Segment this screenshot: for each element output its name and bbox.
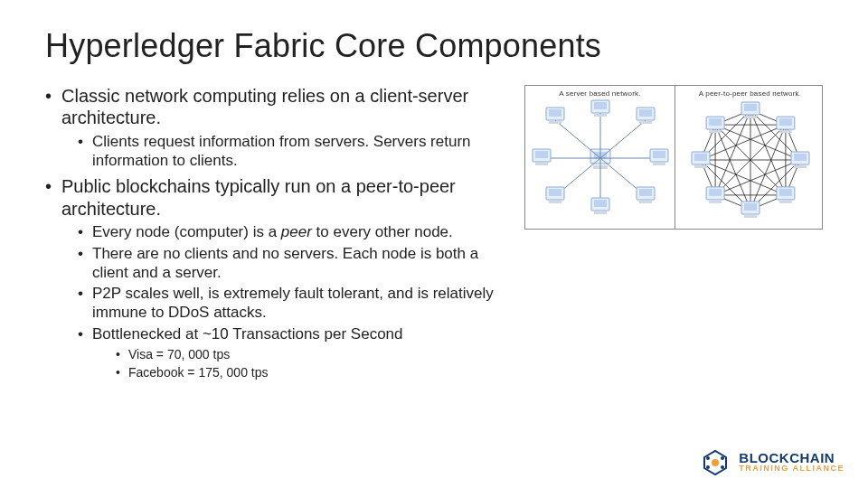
svg-rect-80 bbox=[709, 201, 722, 203]
logo-text: BLOCKCHAIN TRAINING ALLIANCE bbox=[739, 451, 844, 473]
svg-rect-12 bbox=[549, 109, 561, 117]
logo-line1: BLOCKCHAIN bbox=[739, 451, 844, 465]
svg-rect-27 bbox=[594, 200, 607, 207]
bullet-subsublist: Visa = 70, 000 tps Facebook = 175, 000 t… bbox=[116, 347, 506, 380]
svg-rect-30 bbox=[549, 189, 561, 196]
bullet-sublist: Clients request information from servers… bbox=[78, 133, 506, 170]
bullet-text: Every node (computer) is a bbox=[92, 223, 281, 240]
svg-line-3 bbox=[555, 120, 600, 158]
svg-rect-67 bbox=[779, 118, 792, 126]
bullet-text: to every other node. bbox=[312, 223, 453, 240]
slide-title: Hyperledger Fabric Core Components bbox=[45, 27, 823, 65]
svg-rect-33 bbox=[535, 151, 548, 158]
slide: Hyperledger Fabric Core Components Class… bbox=[0, 0, 868, 488]
svg-rect-28 bbox=[594, 211, 607, 214]
bullet-em: peer bbox=[281, 223, 312, 240]
bullet-text: P2P scales well, is extremely fault tole… bbox=[92, 285, 494, 321]
right-column: A server based network. bbox=[524, 85, 823, 386]
svg-rect-79 bbox=[709, 189, 722, 196]
content-row: Classic network computing relies on a cl… bbox=[45, 85, 823, 386]
bullet-subitem: Clients request information from servers… bbox=[78, 133, 506, 170]
bullet-text: Visa = 70, 000 tps bbox=[128, 347, 230, 361]
svg-rect-13 bbox=[549, 121, 561, 124]
svg-rect-86 bbox=[709, 130, 722, 133]
bullet-text: Facebook = 175, 000 tps bbox=[128, 365, 269, 380]
svg-point-91 bbox=[721, 465, 724, 469]
svg-rect-24 bbox=[639, 189, 652, 196]
svg-rect-65 bbox=[744, 116, 757, 118]
svg-line-5 bbox=[600, 120, 646, 158]
svg-rect-71 bbox=[794, 165, 807, 168]
svg-rect-21 bbox=[653, 151, 665, 158]
blockchain-logo-icon bbox=[699, 446, 731, 477]
bullet-subitem: P2P scales well, is extremely fault tole… bbox=[78, 285, 506, 322]
svg-rect-74 bbox=[779, 201, 792, 203]
svg-rect-85 bbox=[709, 118, 722, 126]
bullet-sublist: Every node (computer) is a peer to every… bbox=[78, 223, 506, 380]
bullet-text: Classic network computing relies on a cl… bbox=[61, 86, 468, 127]
svg-rect-64 bbox=[744, 104, 757, 111]
p2p-mesh-icon bbox=[675, 86, 825, 230]
svg-rect-73 bbox=[779, 189, 792, 196]
svg-rect-22 bbox=[653, 163, 665, 165]
svg-point-88 bbox=[706, 456, 710, 460]
svg-rect-77 bbox=[744, 215, 757, 218]
svg-point-87 bbox=[712, 459, 719, 466]
network-diagram: A server based network. bbox=[524, 85, 823, 230]
bullet-subitem: Bottlenecked at ~10 Transactions per Sec… bbox=[78, 325, 506, 381]
bullet-subsubitem: Facebook = 175, 000 tps bbox=[116, 365, 506, 381]
bullet-text: Bottlenecked at ~10 Transactions per Sec… bbox=[92, 325, 403, 343]
svg-point-90 bbox=[706, 465, 710, 469]
bullet-text: There are no clients and no servers. Eac… bbox=[92, 245, 478, 281]
svg-rect-82 bbox=[694, 154, 707, 161]
bullet-text: Clients request information from servers… bbox=[92, 133, 471, 169]
server-clients-icon bbox=[525, 86, 675, 230]
svg-rect-16 bbox=[594, 114, 607, 117]
svg-rect-76 bbox=[744, 203, 757, 211]
bullet-item: Public blockchains typically run on a pe… bbox=[45, 175, 506, 380]
svg-rect-19 bbox=[639, 121, 652, 124]
svg-rect-70 bbox=[794, 154, 807, 161]
bullet-subsubitem: Visa = 70, 000 tps bbox=[116, 347, 506, 363]
bullet-text: Public blockchains typically run on a pe… bbox=[61, 176, 456, 218]
svg-rect-68 bbox=[779, 130, 792, 133]
bullet-subitem: There are no clients and no servers. Eac… bbox=[78, 245, 506, 282]
svg-rect-18 bbox=[639, 109, 652, 117]
left-column: Classic network computing relies on a cl… bbox=[45, 85, 506, 386]
svg-rect-34 bbox=[535, 163, 548, 165]
bullet-item: Classic network computing relies on a cl… bbox=[45, 85, 506, 170]
logo: BLOCKCHAIN TRAINING ALLIANCE bbox=[699, 446, 844, 477]
svg-rect-83 bbox=[694, 165, 707, 168]
svg-point-89 bbox=[721, 456, 724, 460]
svg-rect-31 bbox=[549, 201, 561, 203]
bullet-list: Classic network computing relies on a cl… bbox=[45, 85, 506, 380]
bullet-subitem: Every node (computer) is a peer to every… bbox=[78, 223, 506, 242]
svg-rect-15 bbox=[594, 102, 607, 109]
server-panel: A server based network. bbox=[525, 86, 675, 229]
p2p-panel: A peer-to-peer based network. bbox=[675, 86, 825, 229]
svg-rect-25 bbox=[639, 201, 652, 203]
logo-line2: TRAINING ALLIANCE bbox=[739, 465, 844, 473]
